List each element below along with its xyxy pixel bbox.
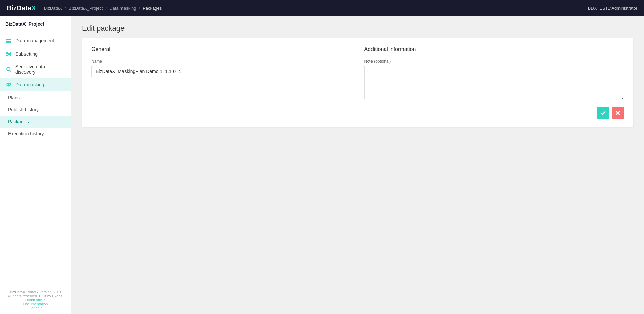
breadcrumb-data-masking[interactable]: Data masking (109, 6, 136, 11)
breadcrumb-project[interactable]: BizDataX_Project (69, 6, 103, 11)
breadcrumb-sep-3: / (139, 6, 140, 11)
sidebar-nav: Data management Subsetting (0, 31, 71, 286)
sidebar-footer-rights: All rights reserved. Built by Ekobit. (5, 294, 65, 298)
sidebar-item-subsetting[interactable]: Subsetting (0, 47, 71, 61)
sidebar-footer-documentation-link[interactable]: Documentation (23, 302, 48, 306)
svg-rect-2 (6, 42, 11, 43)
sidebar-footer-help-link[interactable]: Get help (29, 306, 43, 310)
sidebar-item-sensitive-data-discovery[interactable]: Sensitive data discovery (0, 61, 71, 78)
page-header: Edit package (71, 16, 644, 38)
sidebar-footer-ekobit-link[interactable]: Ekobit official (24, 298, 46, 302)
breadcrumb-sep-2: / (105, 6, 107, 11)
sidebar-project-name: BizDataX_Project (0, 16, 71, 31)
layers-icon (5, 37, 12, 44)
svg-line-4 (10, 70, 11, 72)
search-icon (5, 66, 12, 73)
card-section-general: General Name (91, 46, 351, 100)
svg-point-6 (7, 84, 8, 85)
sidebar-subitem-publish-history[interactable]: Publish history (0, 104, 71, 116)
confirm-button[interactable] (597, 107, 609, 119)
sidebar-item-data-management-label: Data management (15, 38, 54, 43)
card-sections: General Name Additional information Note… (91, 46, 624, 100)
name-label: Name (91, 59, 351, 64)
svg-rect-1 (6, 41, 11, 42)
check-icon (600, 110, 606, 116)
card-actions (91, 107, 624, 119)
sidebar-footer: BizDataX Portal - Version 5.0.0 All righ… (0, 286, 71, 314)
general-section-title: General (91, 46, 351, 52)
breadcrumb: BizDataX / BizDataX_Project / Data maski… (44, 6, 162, 11)
cancel-button[interactable] (612, 107, 624, 119)
topnav: BizDataX BizDataX / BizDataX_Project / D… (0, 0, 644, 16)
card-section-additional: Additional information Note (optional) (364, 46, 624, 100)
svg-rect-0 (6, 39, 11, 40)
sidebar: BizDataX_Project Data management (0, 16, 71, 314)
puzzle-icon (5, 51, 12, 57)
name-input[interactable] (91, 66, 351, 77)
breadcrumb-sep-1: / (65, 6, 66, 11)
sidebar-footer-version: BizDataX Portal - Version 5.0.0 (5, 290, 65, 294)
sidebar-item-data-masking[interactable]: Data masking (0, 78, 71, 91)
sidebar-item-sensitive-data-discovery-label: Sensitive data discovery (15, 64, 65, 75)
sidebar-subitem-packages[interactable]: Packages (0, 116, 71, 128)
breadcrumb-current: Packages (143, 6, 162, 11)
topnav-user: BDXTEST1\Administrator (588, 6, 637, 11)
note-textarea[interactable] (364, 66, 624, 99)
edit-package-card: General Name Additional information Note… (82, 38, 633, 127)
sidebar-item-subsetting-label: Subsetting (15, 51, 38, 57)
additional-section-title: Additional information (364, 46, 624, 52)
page-title: Edit package (82, 24, 633, 33)
layout: BizDataX_Project Data management (0, 16, 644, 314)
note-label: Note (optional) (364, 59, 624, 64)
sidebar-subitem-plans[interactable]: Plans (0, 91, 71, 104)
mask-icon (5, 81, 12, 88)
sidebar-item-data-masking-label: Data masking (15, 82, 44, 87)
close-icon (615, 111, 620, 115)
breadcrumb-bizdatax[interactable]: BizDataX (44, 6, 62, 11)
sidebar-subitem-execution-history[interactable]: Execution history (0, 128, 71, 140)
main-content: Edit package General Name Additional inf… (71, 16, 644, 314)
logo[interactable]: BizDataX (7, 4, 36, 12)
svg-point-7 (9, 84, 10, 85)
sidebar-item-data-management[interactable]: Data management (0, 34, 71, 47)
